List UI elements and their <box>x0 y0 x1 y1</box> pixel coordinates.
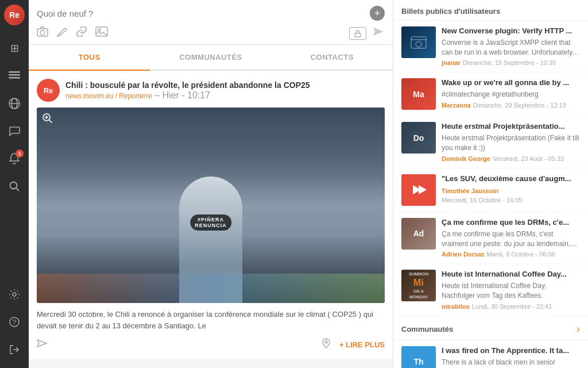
tab-contacts[interactable]: CONTACTS <box>272 45 393 71</box>
tabs-container: TOUS COMMUNAUTÉS CONTACTS <box>29 45 393 71</box>
settings-icon[interactable] <box>4 284 25 305</box>
share-icon[interactable] <box>37 339 47 351</box>
compose-area: + <box>29 0 393 45</box>
svg-point-12 <box>40 30 45 35</box>
feed-icon[interactable] <box>4 66 25 86</box>
notification-badge: 1 <box>16 150 24 158</box>
bell-icon[interactable]: 1 <box>4 148 25 169</box>
privacy-lock[interactable] <box>349 27 366 40</box>
svg-rect-23 <box>411 37 426 48</box>
item-desc: There is a lack of black men in senior p… <box>442 358 580 368</box>
feed-avatar: Re <box>37 79 60 102</box>
draw-icon[interactable] <box>56 26 68 40</box>
billets-section-title: Billets publics d'utilisateurs <box>393 0 588 21</box>
item-title: Heute erstmal Projektpräsentatio... <box>442 122 580 132</box>
svg-point-22 <box>325 341 327 343</box>
item-title: "Les SUV, deuxième cause d'augm... <box>442 174 580 184</box>
item-author[interactable]: Dominik George <box>442 155 490 162</box>
item-title: Wake up or we're all gonna die by ... <box>442 78 580 88</box>
feed-description: Mercredi 30 octobre, le Chili a renoncé … <box>37 309 385 331</box>
item-author[interactable]: jnanar <box>442 59 461 66</box>
item-author[interactable]: Adrien Dorsaz <box>442 251 485 258</box>
compose-add-button[interactable]: + <box>370 6 385 21</box>
send-icon[interactable] <box>372 26 385 40</box>
svg-point-8 <box>13 293 16 296</box>
item-thumbnail: Th <box>401 346 436 368</box>
svg-text:?: ? <box>13 319 16 325</box>
svg-line-18 <box>49 120 52 123</box>
svg-rect-1 <box>9 74 20 76</box>
item-thumbnail: Ma <box>401 78 436 110</box>
svg-marker-16 <box>373 28 384 36</box>
home-icon[interactable]: ⊞ <box>4 38 25 59</box>
item-title: Heute ist International Coffee Day... <box>442 270 580 279</box>
tab-tous[interactable]: TOUS <box>29 45 150 71</box>
item-title: New Converse plugin: Verify HTTP ... <box>442 26 580 36</box>
feed-time: – Hier - 10:17 <box>154 90 210 100</box>
item-thumbnail: Ad <box>401 218 436 250</box>
list-item[interactable]: Ad Ça me confirme que les DRMs, c'e... Ç… <box>393 212 588 264</box>
item-date: Mardi, 8 Octobre - 06:06 <box>487 251 555 258</box>
item-thumbnail: Do <box>401 122 436 154</box>
feed-image: #PIÑERA RENUNCIA <box>37 108 385 303</box>
feed: Re Chili : bousculé par la révolte, le p… <box>29 71 393 368</box>
item-thumbnail <box>401 174 436 206</box>
chat-icon[interactable] <box>4 121 25 141</box>
help-icon[interactable]: ? <box>4 312 25 332</box>
list-item[interactable]: "Les SUV, deuxième cause d'augm... Timot… <box>393 168 588 212</box>
item-desc: #climatechange #gretathunberg <box>442 90 580 99</box>
svg-point-14 <box>98 29 100 31</box>
tab-communautes[interactable]: COMMUNAUTÉS <box>150 45 271 71</box>
compose-input[interactable] <box>37 9 370 18</box>
item-title: Ça me confirme que les DRMs, c'e... <box>442 218 580 228</box>
feed-item: Re Chili : bousculé par la révolte, le p… <box>29 71 393 359</box>
sidebar: Re ⊞ 1 <box>0 0 29 368</box>
svg-point-6 <box>10 182 17 189</box>
list-item[interactable]: Th I was fired on The Apprentice. It ta.… <box>393 340 588 368</box>
item-desc: Ça me confirme que les DRMs, c'est vraim… <box>442 229 580 249</box>
item-desc: Heute erstmal Projektpräsentation (Fake … <box>442 133 580 153</box>
avatar[interactable]: Re <box>4 5 25 25</box>
chevron-right-icon[interactable]: › <box>577 323 580 335</box>
mask-text-line2: RENUNCIA <box>195 223 227 228</box>
item-author[interactable]: Timothée Jaussoin <box>442 187 498 194</box>
list-item[interactable]: Do Heute erstmal Projektpräsentatio... H… <box>393 116 588 168</box>
right-panel: Billets publics d'utilisateurs New Conve… <box>393 0 588 368</box>
zoom-icon <box>42 113 53 126</box>
item-thumbnail: HOW TO SUMMON Mi ON A MONDAY MORNING <box>401 270 436 301</box>
svg-point-25 <box>416 41 421 47</box>
item-date: Vendredi, 23 Août - 05:33 <box>493 155 564 162</box>
item-thumbnail <box>401 26 436 58</box>
logout-icon[interactable] <box>4 339 25 360</box>
image-icon[interactable] <box>95 26 108 40</box>
item-author[interactable]: Marzanna <box>442 102 471 109</box>
svg-marker-21 <box>37 340 47 347</box>
item-date: Dimanche, 15 Septembre - 10:30 <box>463 59 556 66</box>
community-title: Communautés <box>401 325 577 334</box>
mask-text-line1: #PIÑERA <box>195 217 227 223</box>
feed-title: Chili : bousculé par la révolte, le prés… <box>65 80 385 90</box>
search-icon[interactable] <box>4 176 25 197</box>
main-content: + <box>29 0 393 368</box>
item-title: I was fired on The Apprentice. It ta... <box>442 346 580 356</box>
item-desc: Heute ist International Coffee Day, Nach… <box>442 281 580 301</box>
svg-rect-15 <box>355 33 361 37</box>
location-icon[interactable] <box>322 338 330 351</box>
list-item[interactable]: New Converse plugin: Verify HTTP ... Con… <box>393 21 588 72</box>
globe-icon[interactable] <box>4 93 25 114</box>
link-icon[interactable] <box>76 26 87 40</box>
lire-plus-button[interactable]: + LIRE PLUS <box>339 340 385 349</box>
svg-line-7 <box>16 188 19 191</box>
item-desc: Converse is a JavaScript XMPP client tha… <box>442 38 580 57</box>
item-author[interactable]: mirabilos <box>442 303 470 310</box>
list-item[interactable]: Ma Wake up or we're all gonna die by ...… <box>393 72 588 116</box>
item-date: Lundi, 30 Septembre - 22:41 <box>472 303 552 310</box>
photo-icon[interactable] <box>37 26 48 40</box>
svg-marker-27 <box>419 185 427 194</box>
list-item[interactable]: HOW TO SUMMON Mi ON A MONDAY MORNING Heu… <box>393 264 588 316</box>
feed-source[interactable]: news.movim.eu / Reporterre <box>65 92 152 100</box>
community-section-header: Communautés › <box>393 316 588 340</box>
item-date: Mercredi, 16 Octobre - 16:05 <box>442 197 523 204</box>
item-date: Dimanche, 29 Septembre - 12:19 <box>473 102 566 109</box>
svg-rect-0 <box>9 71 20 73</box>
